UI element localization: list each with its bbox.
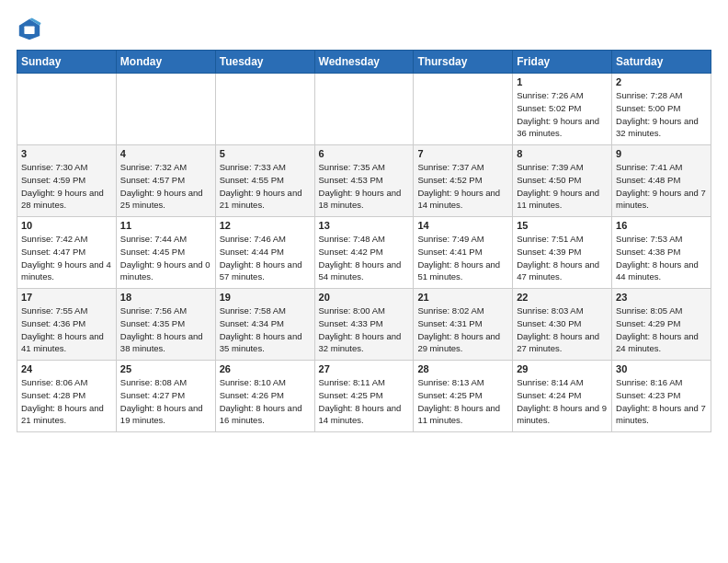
day-info: Sunrise: 8:03 AM Sunset: 4:30 PM Dayligh… [517,304,608,355]
day-info: Sunrise: 8:05 AM Sunset: 4:29 PM Dayligh… [616,304,707,355]
day-number: 28 [417,363,508,374]
day-cell: 23Sunrise: 8:05 AM Sunset: 4:29 PM Dayli… [612,289,711,361]
weekday-header-friday: Friday [513,51,612,74]
day-cell: 8Sunrise: 7:39 AM Sunset: 4:50 PM Daylig… [513,145,612,217]
logo-icon [17,17,42,42]
day-info: Sunrise: 7:35 AM Sunset: 4:53 PM Dayligh… [319,161,410,212]
day-number: 9 [616,148,707,159]
day-cell: 7Sunrise: 7:37 AM Sunset: 4:52 PM Daylig… [414,145,513,217]
day-number: 24 [21,363,112,374]
day-number: 20 [319,292,410,303]
day-number: 10 [21,220,112,231]
day-info: Sunrise: 7:58 AM Sunset: 4:34 PM Dayligh… [220,304,311,355]
weekday-header-tuesday: Tuesday [215,51,314,74]
day-cell: 17Sunrise: 7:55 AM Sunset: 4:36 PM Dayli… [17,289,117,361]
day-cell: 11Sunrise: 7:44 AM Sunset: 4:45 PM Dayli… [116,217,215,289]
day-cell: 20Sunrise: 8:00 AM Sunset: 4:33 PM Dayli… [314,289,414,361]
week-row-1: 1Sunrise: 7:26 AM Sunset: 5:02 PM Daylig… [17,74,711,145]
weekday-header-row: SundayMondayTuesdayWednesdayThursdayFrid… [17,51,711,74]
day-info: Sunrise: 8:14 AM Sunset: 4:24 PM Dayligh… [517,376,608,427]
day-info: Sunrise: 7:37 AM Sunset: 4:52 PM Dayligh… [417,161,508,212]
day-number: 3 [21,148,112,159]
day-cell [215,74,314,145]
day-number: 4 [120,148,211,159]
day-info: Sunrise: 8:00 AM Sunset: 4:33 PM Dayligh… [319,304,410,355]
logo [17,17,46,42]
header [17,17,711,42]
day-number: 1 [517,76,608,87]
day-cell: 22Sunrise: 8:03 AM Sunset: 4:30 PM Dayli… [513,289,612,361]
day-cell [314,74,414,145]
day-number: 14 [417,220,508,231]
day-info: Sunrise: 7:42 AM Sunset: 4:47 PM Dayligh… [21,233,112,283]
day-info: Sunrise: 8:13 AM Sunset: 4:25 PM Dayligh… [417,376,508,427]
weekday-header-thursday: Thursday [414,51,513,74]
day-cell: 9Sunrise: 7:41 AM Sunset: 4:48 PM Daylig… [612,145,711,217]
day-cell: 25Sunrise: 8:08 AM Sunset: 4:27 PM Dayli… [116,361,215,432]
day-info: Sunrise: 7:51 AM Sunset: 4:39 PM Dayligh… [517,233,608,283]
day-info: Sunrise: 7:39 AM Sunset: 4:50 PM Dayligh… [517,161,608,212]
day-info: Sunrise: 7:44 AM Sunset: 4:45 PM Dayligh… [120,233,211,283]
day-number: 11 [120,220,211,231]
day-cell: 26Sunrise: 8:10 AM Sunset: 4:26 PM Dayli… [215,361,314,432]
day-cell: 4Sunrise: 7:32 AM Sunset: 4:57 PM Daylig… [116,145,215,217]
day-number: 29 [517,363,608,374]
day-cell: 28Sunrise: 8:13 AM Sunset: 4:25 PM Dayli… [414,361,513,432]
day-number: 17 [21,292,112,303]
day-cell [17,74,117,145]
day-number: 18 [120,292,211,303]
day-cell: 21Sunrise: 8:02 AM Sunset: 4:31 PM Dayli… [414,289,513,361]
day-info: Sunrise: 7:33 AM Sunset: 4:55 PM Dayligh… [220,161,311,212]
day-number: 13 [319,220,410,231]
day-info: Sunrise: 7:55 AM Sunset: 4:36 PM Dayligh… [21,304,112,355]
day-number: 21 [417,292,508,303]
day-cell [414,74,513,145]
day-number: 8 [517,148,608,159]
week-row-2: 3Sunrise: 7:30 AM Sunset: 4:59 PM Daylig… [17,145,711,217]
day-number: 7 [417,148,508,159]
day-info: Sunrise: 7:32 AM Sunset: 4:57 PM Dayligh… [120,161,211,212]
day-number: 5 [220,148,311,159]
day-cell: 18Sunrise: 7:56 AM Sunset: 4:35 PM Dayli… [116,289,215,361]
week-row-4: 17Sunrise: 7:55 AM Sunset: 4:36 PM Dayli… [17,289,711,361]
day-number: 12 [220,220,311,231]
day-cell: 16Sunrise: 7:53 AM Sunset: 4:38 PM Dayli… [612,217,711,289]
day-number: 2 [616,76,707,87]
day-number: 26 [220,363,311,374]
day-number: 15 [517,220,608,231]
day-cell: 12Sunrise: 7:46 AM Sunset: 4:44 PM Dayli… [215,217,314,289]
day-info: Sunrise: 7:30 AM Sunset: 4:59 PM Dayligh… [21,161,112,212]
day-info: Sunrise: 8:02 AM Sunset: 4:31 PM Dayligh… [417,304,508,355]
day-info: Sunrise: 7:49 AM Sunset: 4:41 PM Dayligh… [417,233,508,283]
day-info: Sunrise: 7:56 AM Sunset: 4:35 PM Dayligh… [120,304,211,355]
day-number: 6 [319,148,410,159]
weekday-header-wednesday: Wednesday [314,51,414,74]
day-cell: 1Sunrise: 7:26 AM Sunset: 5:02 PM Daylig… [513,74,612,145]
day-info: Sunrise: 8:11 AM Sunset: 4:25 PM Dayligh… [319,376,410,427]
day-info: Sunrise: 7:41 AM Sunset: 4:48 PM Dayligh… [616,161,707,212]
day-info: Sunrise: 7:53 AM Sunset: 4:38 PM Dayligh… [616,233,707,283]
day-info: Sunrise: 7:46 AM Sunset: 4:44 PM Dayligh… [220,233,311,283]
day-number: 16 [616,220,707,231]
svg-rect-2 [24,27,34,34]
day-cell: 14Sunrise: 7:49 AM Sunset: 4:41 PM Dayli… [414,217,513,289]
day-cell: 13Sunrise: 7:48 AM Sunset: 4:42 PM Dayli… [314,217,414,289]
day-info: Sunrise: 7:28 AM Sunset: 5:00 PM Dayligh… [616,89,707,140]
day-number: 27 [319,363,410,374]
day-info: Sunrise: 8:06 AM Sunset: 4:28 PM Dayligh… [21,376,112,427]
day-cell: 24Sunrise: 8:06 AM Sunset: 4:28 PM Dayli… [17,361,117,432]
day-info: Sunrise: 7:26 AM Sunset: 5:02 PM Dayligh… [517,89,608,140]
day-cell: 3Sunrise: 7:30 AM Sunset: 4:59 PM Daylig… [17,145,117,217]
day-number: 19 [220,292,311,303]
day-cell: 29Sunrise: 8:14 AM Sunset: 4:24 PM Dayli… [513,361,612,432]
day-cell: 2Sunrise: 7:28 AM Sunset: 5:00 PM Daylig… [612,74,711,145]
weekday-header-saturday: Saturday [612,51,711,74]
day-cell: 5Sunrise: 7:33 AM Sunset: 4:55 PM Daylig… [215,145,314,217]
week-row-5: 24Sunrise: 8:06 AM Sunset: 4:28 PM Dayli… [17,361,711,432]
day-info: Sunrise: 8:16 AM Sunset: 4:23 PM Dayligh… [616,376,707,427]
page: SundayMondayTuesdayWednesdayThursdayFrid… [0,0,728,563]
day-cell: 19Sunrise: 7:58 AM Sunset: 4:34 PM Dayli… [215,289,314,361]
day-cell: 30Sunrise: 8:16 AM Sunset: 4:23 PM Dayli… [612,361,711,432]
day-cell [116,74,215,145]
weekday-header-monday: Monday [116,51,215,74]
